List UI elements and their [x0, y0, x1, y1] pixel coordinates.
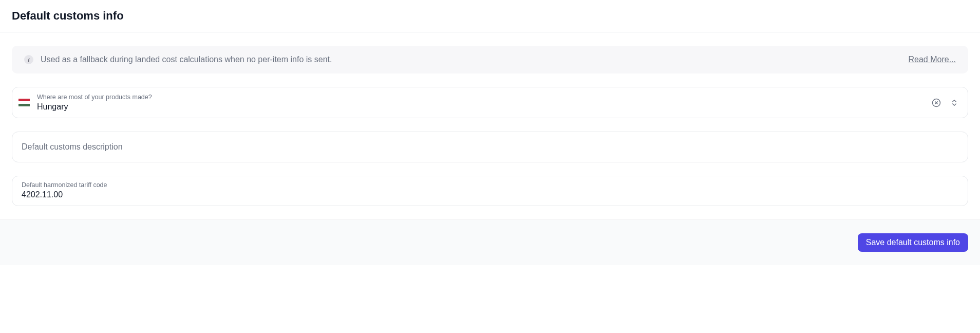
chevron-up-down-icon[interactable]	[950, 99, 958, 107]
country-field-actions	[932, 98, 958, 107]
page-header: Default customs info	[0, 0, 980, 32]
country-field-value: Hungary	[37, 102, 932, 112]
info-banner-text: Used as a fallback during landed cost ca…	[41, 55, 332, 64]
tariff-field-label: Default harmonized tariff code	[22, 181, 958, 189]
customs-description-field[interactable]: Default customs description	[12, 132, 968, 162]
country-field-text: Where are most of your products made? Hu…	[37, 94, 932, 112]
page-title: Default customs info	[12, 9, 968, 23]
info-icon: i	[24, 55, 33, 64]
country-select-field[interactable]: Where are most of your products made? Hu…	[12, 87, 968, 118]
tariff-code-field[interactable]: Default harmonized tariff code 4202.11.0…	[12, 176, 968, 206]
tariff-field-value: 4202.11.00	[22, 190, 958, 199]
hungary-flag-icon	[18, 99, 30, 106]
read-more-link[interactable]: Read More...	[909, 55, 956, 64]
clear-icon[interactable]	[932, 98, 941, 107]
customs-description-placeholder: Default customs description	[22, 142, 958, 152]
save-button[interactable]: Save default customs info	[858, 233, 968, 252]
content-area: i Used as a fallback during landed cost …	[0, 32, 980, 219]
country-field-label: Where are most of your products made?	[37, 94, 932, 101]
info-banner: i Used as a fallback during landed cost …	[12, 46, 968, 73]
info-banner-left: i Used as a fallback during landed cost …	[24, 55, 332, 64]
page-footer: Save default customs info	[0, 219, 980, 265]
